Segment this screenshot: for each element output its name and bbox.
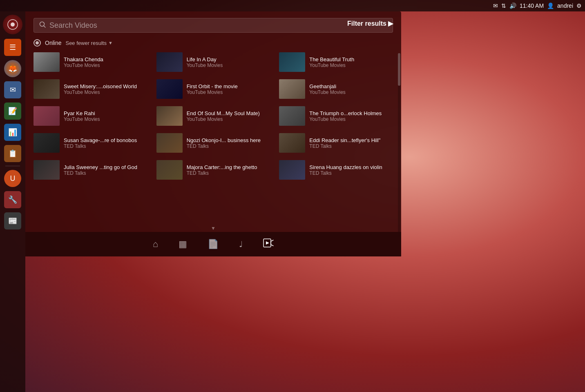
result-info: Eddi Reader sin...teflyer's Hill" TED Ta… xyxy=(309,137,393,149)
result-item[interactable]: Julia Sweeney ...ting go of God TED Talk… xyxy=(29,157,152,183)
result-info: The Beautiful Truth YouTube Movies xyxy=(309,56,393,68)
result-info: Geethanjali YouTube Movies xyxy=(309,83,393,95)
launcher-item-ubuntu-one[interactable]: U xyxy=(3,169,22,188)
result-item[interactable]: Eddi Reader sin...teflyer's Hill" TED Ta… xyxy=(275,130,397,156)
result-source: YouTube Movies xyxy=(309,89,393,95)
nav-music[interactable]: ♩ xyxy=(239,239,243,249)
results-grid: Thakara Chenda YouTube Movies Life In A … xyxy=(25,49,401,183)
scrollbar-track[interactable] xyxy=(398,53,400,237)
svg-line-6 xyxy=(271,240,273,241)
result-thumbnail xyxy=(33,79,60,99)
result-item[interactable]: Susan Savage-...re of bonobos TED Talks xyxy=(29,130,152,156)
result-source: YouTube Movies xyxy=(64,89,147,95)
power-icon[interactable]: ⚙ xyxy=(576,2,582,9)
dash-overlay: Filter results ▶ Online See fewer result… xyxy=(25,11,401,256)
result-item[interactable]: First Orbit - the movie YouTube Movies xyxy=(152,76,275,102)
result-title: Eddi Reader sin...teflyer's Hill" xyxy=(309,137,393,143)
music-icon: ♩ xyxy=(239,239,243,249)
launcher-item-reader[interactable]: 📰 xyxy=(3,211,22,231)
online-indicator xyxy=(33,39,41,47)
network-icon[interactable]: ⇅ xyxy=(501,2,506,9)
result-source: TED Talks xyxy=(187,170,270,176)
result-thumbnail xyxy=(33,133,60,153)
result-source: YouTube Movies xyxy=(64,62,147,68)
username: andrei xyxy=(557,2,573,9)
see-fewer-button[interactable]: See fewer results ▼ xyxy=(65,40,112,46)
result-thumbnail xyxy=(156,133,183,153)
result-title: Thakara Chenda xyxy=(64,56,147,62)
result-source: TED Talks xyxy=(187,143,270,149)
result-source: YouTube Movies xyxy=(187,62,270,68)
result-thumbnail xyxy=(279,133,305,153)
scrollbar-thumb[interactable] xyxy=(398,53,400,86)
volume-icon[interactable]: 🔊 xyxy=(509,2,516,9)
scroll-down-indicator: ▼ xyxy=(211,225,216,231)
result-thumbnail xyxy=(33,106,60,126)
result-item[interactable]: Pyar Ke Rahi YouTube Movies xyxy=(29,103,152,129)
result-thumbnail xyxy=(279,106,305,126)
result-item[interactable]: Geethanjali YouTube Movies xyxy=(275,76,397,102)
filter-results-button[interactable]: Filter results ▶ xyxy=(347,20,393,27)
search-input[interactable] xyxy=(49,21,388,30)
result-title: Pyar Ke Rahi xyxy=(64,110,147,116)
result-source: TED Talks xyxy=(64,170,147,176)
result-thumbnail xyxy=(279,52,305,72)
result-info: The Triumph o...erlock Holmes YouTube Mo… xyxy=(309,110,393,122)
result-thumbnail xyxy=(33,52,60,72)
nav-files[interactable]: 📄 xyxy=(208,239,219,249)
result-info: Ngozi Okonjo-I... business here TED Talk… xyxy=(187,137,270,149)
result-title: Life In A Day xyxy=(187,56,270,62)
result-item[interactable]: The Triumph o...erlock Holmes YouTube Mo… xyxy=(275,103,397,129)
svg-point-1 xyxy=(11,22,15,27)
result-title: Sirena Huang dazzles on violin xyxy=(309,164,393,170)
video-icon xyxy=(263,238,274,250)
launcher-item-files[interactable]: ☰ xyxy=(3,38,22,57)
result-info: Pyar Ke Rahi YouTube Movies xyxy=(64,110,147,122)
result-title: Sweet Misery:....oisoned World xyxy=(64,83,147,89)
result-info: End Of Soul M...My Soul Mate) YouTube Mo… xyxy=(187,110,270,122)
email-tray-icon[interactable]: ✉ xyxy=(493,2,498,9)
tray-icons: ✉ ⇅ 🔊 11:40 AM 👤 andrei ⚙ xyxy=(493,2,582,9)
svg-line-7 xyxy=(271,245,273,246)
result-item[interactable]: Ngozi Okonjo-I... business here TED Talk… xyxy=(152,130,275,156)
online-label: Online xyxy=(45,40,61,46)
result-source: YouTube Movies xyxy=(309,62,393,68)
result-source: TED Talks xyxy=(309,170,393,176)
result-item[interactable]: Sirena Huang dazzles on violin TED Talks xyxy=(275,157,397,183)
user-icon[interactable]: 👤 xyxy=(547,2,554,9)
result-item[interactable]: End Of Soul M...My Soul Mate) YouTube Mo… xyxy=(152,103,275,129)
see-fewer-arrow-icon: ▼ xyxy=(108,40,113,45)
result-info: Julia Sweeney ...ting go of God TED Talk… xyxy=(64,164,147,176)
result-source: YouTube Movies xyxy=(64,116,147,122)
result-thumbnail xyxy=(156,160,183,180)
desktop-background xyxy=(400,11,585,392)
result-item[interactable]: Sweet Misery:....oisoned World YouTube M… xyxy=(29,76,152,102)
result-source: YouTube Movies xyxy=(187,89,270,95)
apps-icon: ▦ xyxy=(179,239,187,249)
nav-home[interactable]: ⌂ xyxy=(153,239,158,249)
result-item[interactable]: Life In A Day YouTube Movies xyxy=(152,49,275,75)
launcher-item-writer[interactable]: 📝 xyxy=(3,101,22,121)
search-bar-container xyxy=(33,18,393,33)
results-scroll-area[interactable]: Thakara Chenda YouTube Movies Life In A … xyxy=(25,49,401,192)
unity-dash-button[interactable] xyxy=(3,15,22,34)
result-item[interactable]: Majora Carter:...ing the ghetto TED Talk… xyxy=(152,157,275,183)
nav-apps[interactable]: ▦ xyxy=(179,239,187,249)
launcher-item-impress[interactable]: 📋 xyxy=(3,144,22,163)
result-title: The Beautiful Truth xyxy=(309,56,393,62)
result-title: Majora Carter:...ing the ghetto xyxy=(187,164,270,170)
launcher-item-settings[interactable]: 🔧 xyxy=(3,190,22,209)
result-source: TED Talks xyxy=(309,143,393,149)
result-title: First Orbit - the movie xyxy=(187,83,270,89)
nav-video[interactable] xyxy=(263,238,274,250)
launcher-item-email[interactable]: ✉ xyxy=(3,80,22,100)
result-item[interactable]: Thakara Chenda YouTube Movies xyxy=(29,49,152,75)
launcher-item-firefox[interactable]: 🦊 xyxy=(3,59,22,78)
filter-label: Filter results xyxy=(347,20,386,27)
result-info: Life In A Day YouTube Movies xyxy=(187,56,270,68)
launcher-item-calc[interactable]: 📊 xyxy=(3,122,22,142)
launcher-separator xyxy=(5,166,20,166)
result-title: Ngozi Okonjo-I... business here xyxy=(187,137,270,143)
result-info: Sweet Misery:....oisoned World YouTube M… xyxy=(64,83,147,95)
result-item[interactable]: The Beautiful Truth YouTube Movies xyxy=(275,49,397,75)
